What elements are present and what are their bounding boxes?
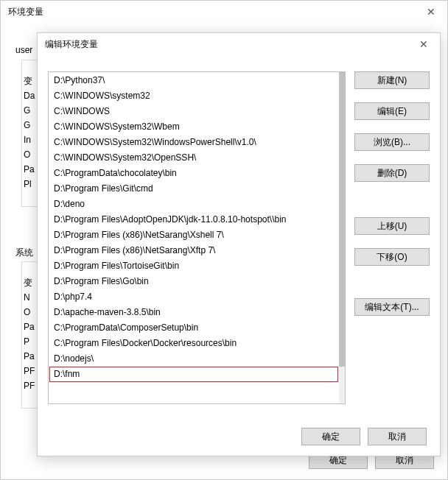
path-listbox[interactable]: D:\Python37\C:\WINDOWS\system32C:\WINDOW… [48, 71, 346, 404]
col: PF [24, 378, 35, 393]
user-section-label: user [14, 45, 34, 55]
path-item[interactable]: D:\Program Files\Go\bin [49, 274, 338, 289]
path-item[interactable]: D:\apache-maven-3.8.5\bin [49, 305, 338, 320]
col: Da [24, 88, 35, 103]
path-item[interactable]: C:\WINDOWS\System32\WindowsPowerShell\v1… [49, 135, 338, 150]
edit-env-window: 编辑环境变量 ✕ D:\Python37\C:\WINDOWS\system32… [37, 32, 441, 456]
browse-button[interactable]: 浏览(B)... [354, 133, 430, 151]
edit-button[interactable]: 编辑(E) [354, 102, 430, 120]
path-list-inner: D:\Python37\C:\WINDOWS\system32C:\WINDOW… [49, 73, 338, 403]
path-item[interactable]: D:\deno [49, 197, 338, 212]
close-icon[interactable]: ✕ [414, 1, 447, 23]
inner-cancel-button[interactable]: 取消 [368, 428, 427, 445]
inner-title: 编辑环境变量 [45, 38, 98, 51]
outer-titlebar: 环境变量 ✕ [1, 1, 447, 23]
inner-titlebar: 编辑环境变量 ✕ [38, 33, 440, 55]
col: O [24, 147, 30, 162]
col: Pl [24, 177, 32, 191]
col: In [24, 133, 31, 147]
path-item[interactable]: D:\Program Files\TortoiseGit\bin [49, 258, 338, 274]
close-icon[interactable]: ✕ [407, 33, 440, 55]
path-item[interactable]: D:\Python37\ [49, 73, 338, 88]
delete-button[interactable]: 删除(D) [354, 164, 430, 182]
sys-section-label: 系统 [14, 247, 35, 259]
col: PF [24, 364, 35, 378]
col: Pa [24, 349, 35, 364]
scrollbar-thumb[interactable] [339, 72, 345, 367]
path-item[interactable]: C:\ProgramData\chocolatey\bin [49, 166, 338, 181]
path-item[interactable]: C:\Program Files\Docker\Docker\resources… [49, 336, 338, 351]
col: Pa [24, 162, 35, 177]
path-item[interactable]: D:\Program Files (x86)\NetSarang\Xftp 7\ [49, 243, 338, 258]
path-item[interactable]: C:\ProgramData\ComposerSetup\bin [49, 320, 338, 336]
col: O [24, 305, 30, 320]
col: G [24, 118, 30, 133]
path-item[interactable]: D:\fnm [49, 367, 338, 382]
path-item[interactable]: D:\Program Files\AdoptOpenJDK\jdk-11.0.8… [49, 212, 338, 227]
path-item[interactable]: C:\WINDOWS\System32\OpenSSH\ [49, 150, 338, 166]
path-item[interactable]: D:\Program Files\Git\cmd [49, 181, 338, 197]
path-item[interactable]: C:\WINDOWS\system32 [49, 88, 338, 104]
inner-ok-button[interactable]: 确定 [301, 428, 360, 445]
outer-title: 环境变量 [8, 6, 43, 18]
col: G [24, 103, 30, 118]
col: Pa [24, 320, 35, 334]
edittext-button[interactable]: 编辑文本(T)... [354, 298, 430, 316]
new-button[interactable]: 新建(N) [354, 71, 430, 89]
scrollbar[interactable] [339, 72, 345, 403]
col: N [24, 290, 30, 305]
path-item[interactable]: D:\Program Files (x86)\NetSarang\Xshell … [49, 227, 338, 243]
movedown-button[interactable]: 下移(O) [354, 248, 430, 266]
path-item[interactable]: C:\WINDOWS [49, 104, 338, 119]
moveup-button[interactable]: 上移(U) [354, 217, 430, 235]
col-var: 变 [24, 275, 32, 290]
path-item[interactable]: D:\php7.4 [49, 289, 338, 305]
path-item[interactable]: C:\WINDOWS\System32\Wbem [49, 119, 338, 135]
col-var: 变 [24, 74, 32, 88]
path-item[interactable]: D:\nodejs\ [49, 351, 338, 367]
col: P [24, 334, 29, 349]
